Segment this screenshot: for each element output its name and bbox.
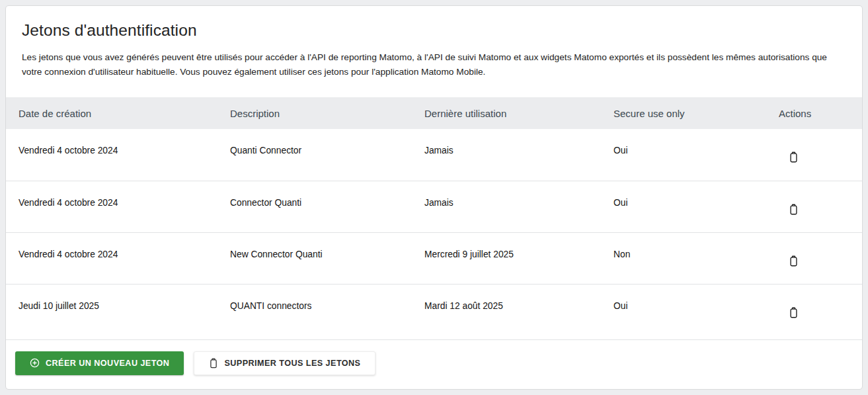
cell-secure-only: Oui bbox=[601, 181, 766, 232]
column-header-last-use: Dernière utilisation bbox=[412, 97, 601, 129]
cell-last-used: Mardi 12 août 2025 bbox=[412, 284, 601, 339]
delete-token-button[interactable] bbox=[789, 255, 799, 267]
cell-description: New Connector Quanti bbox=[217, 232, 412, 284]
page-description: Les jetons que vous avez générés peuvent… bbox=[22, 50, 846, 79]
cell-last-used: Mercredi 9 juillet 2025 bbox=[412, 232, 601, 284]
delete-all-tokens-button[interactable]: SUPPRIMER TOUS LES JETONS bbox=[194, 351, 375, 375]
trash-icon bbox=[209, 358, 218, 369]
column-header-date-creation: Date de création bbox=[6, 97, 217, 129]
column-header-secure-use-only: Secure use only bbox=[601, 97, 766, 129]
cell-description: Quanti Connector bbox=[217, 129, 412, 181]
delete-all-tokens-label: SUPPRIMER TOUS LES JETONS bbox=[224, 359, 360, 368]
cell-actions bbox=[766, 181, 862, 232]
cell-last-used: Jamais bbox=[412, 129, 601, 181]
plus-circle-icon bbox=[30, 358, 40, 368]
table-row: Vendredi 4 octobre 2024 Connector Quanti… bbox=[6, 181, 862, 232]
table-header-row: Date de création Description Dernière ut… bbox=[6, 97, 862, 129]
cell-secure-only: Oui bbox=[601, 284, 766, 339]
table-row: Jeudi 10 juillet 2025 QUANTI connectors … bbox=[6, 284, 862, 339]
cell-created-date: Vendredi 4 octobre 2024 bbox=[6, 232, 217, 284]
delete-token-button[interactable] bbox=[789, 152, 799, 163]
auth-tokens-card: Jetons d'authentification Les jetons que… bbox=[5, 5, 863, 390]
cell-created-date: Vendredi 4 octobre 2024 bbox=[6, 181, 217, 232]
cell-actions bbox=[766, 232, 862, 284]
cell-created-date: Jeudi 10 juillet 2025 bbox=[6, 284, 217, 339]
trash-icon bbox=[789, 152, 799, 163]
create-token-label: CRÉER UN NOUVEAU JETON bbox=[46, 359, 169, 368]
cell-description: QUANTI connectors bbox=[217, 284, 412, 339]
column-header-actions: Actions bbox=[766, 97, 862, 129]
delete-token-button[interactable] bbox=[789, 307, 799, 318]
table-row: Vendredi 4 octobre 2024 Quanti Connector… bbox=[6, 129, 862, 181]
column-header-description: Description bbox=[217, 97, 412, 129]
page-title: Jetons d'authentification bbox=[22, 21, 846, 40]
create-token-button[interactable]: CRÉER UN NOUVEAU JETON bbox=[15, 351, 184, 375]
cell-actions bbox=[766, 284, 862, 339]
cell-description: Connector Quanti bbox=[217, 181, 412, 232]
cell-created-date: Vendredi 4 octobre 2024 bbox=[6, 129, 217, 181]
trash-icon bbox=[789, 307, 799, 318]
cell-secure-only: Oui bbox=[601, 129, 766, 181]
trash-icon bbox=[789, 255, 799, 267]
table-row: Vendredi 4 octobre 2024 New Connector Qu… bbox=[6, 232, 862, 284]
cell-actions bbox=[766, 129, 862, 181]
cell-last-used: Jamais bbox=[412, 181, 601, 232]
delete-token-button[interactable] bbox=[789, 204, 799, 215]
tokens-table: Date de création Description Dernière ut… bbox=[6, 97, 862, 340]
trash-icon bbox=[789, 204, 799, 215]
card-header: Jetons d'authentification Les jetons que… bbox=[6, 6, 862, 79]
cell-secure-only: Non bbox=[601, 232, 766, 284]
footer-actions: CRÉER UN NOUVEAU JETON SUPPRIMER TOUS LE… bbox=[6, 340, 862, 375]
